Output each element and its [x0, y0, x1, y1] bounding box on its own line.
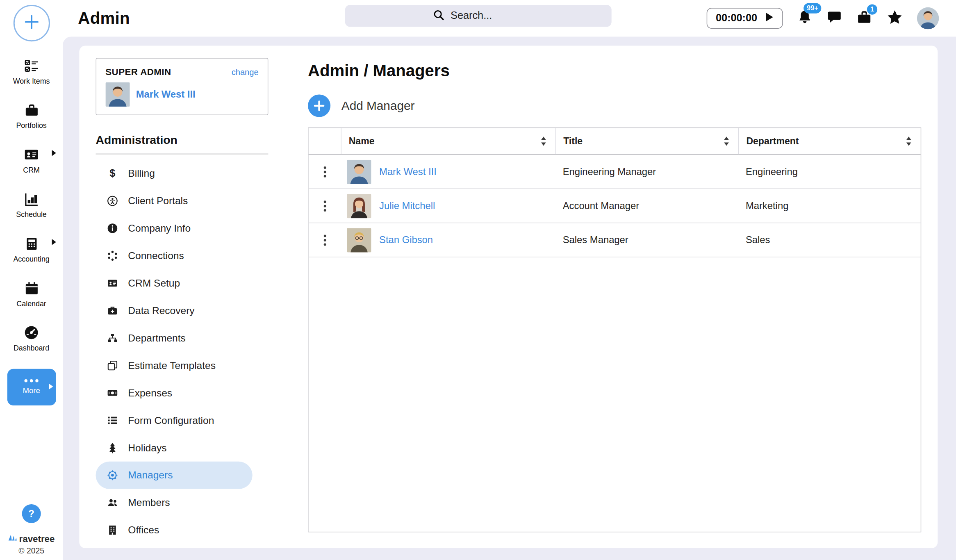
avatar	[347, 193, 371, 218]
more-dots-icon	[24, 379, 38, 382]
topbar: Admin 00:00:00 99+	[63, 0, 956, 36]
table-header: Name Title	[309, 128, 921, 155]
admin-menu-item-data-recovery[interactable]: Data Recovery	[96, 297, 268, 324]
org-chart-icon	[106, 332, 119, 344]
managers-section: Admin / Managers Add Manager Name	[308, 58, 921, 532]
admin-menu-label: Company Info	[128, 223, 191, 234]
sidebar-item-dashboard[interactable]: Dashboard	[0, 324, 63, 352]
add-manager-button[interactable]: Add Manager	[308, 95, 414, 117]
admin-menu-item-billing[interactable]: $ Billing	[96, 160, 268, 187]
helm-icon	[106, 469, 119, 482]
search-bar[interactable]	[345, 5, 612, 27]
admin-menu-label: Departments	[128, 332, 185, 344]
admin-menu-item-client-portals[interactable]: Client Portals	[96, 187, 268, 215]
admin-menu-label: Client Portals	[128, 195, 188, 207]
column-header-name[interactable]: Name	[341, 128, 555, 154]
column-header-department[interactable]: Department	[738, 128, 921, 154]
copyright: © 2025	[18, 546, 44, 560]
star-icon	[886, 9, 903, 28]
work-inbox-button[interactable]: 1	[856, 9, 872, 28]
sidebar: Work Items Portfolios CRM Schedule	[0, 0, 63, 560]
notifications-button[interactable]: 99+	[797, 9, 813, 28]
table-row: Mark West III Engineering Manager Engine…	[309, 155, 921, 189]
sort-icon	[723, 136, 730, 146]
super-admin-name-link[interactable]: Mark West III	[136, 89, 196, 100]
sidebar-item-portfolios[interactable]: Portfolios	[0, 102, 63, 130]
ravetree-logo-icon	[8, 533, 17, 544]
plus-icon	[21, 11, 42, 35]
change-admin-link[interactable]: change	[232, 68, 259, 77]
column-header-title[interactable]: Title	[555, 128, 738, 154]
play-icon[interactable]	[765, 12, 774, 25]
avatar	[347, 228, 371, 252]
sidebar-item-schedule[interactable]: Schedule	[0, 191, 63, 219]
row-menu-button[interactable]	[309, 200, 341, 212]
search-input[interactable]	[451, 10, 524, 22]
admin-menu-item-managers[interactable]: Managers	[96, 462, 252, 489]
admin-menu-label: Expenses	[128, 387, 172, 398]
briefcase-icon	[23, 102, 39, 118]
admin-menu-item-estimate-templates[interactable]: Estimate Templates	[96, 352, 268, 379]
sidebar-item-work-items[interactable]: Work Items	[0, 57, 63, 85]
sidebar-item-label: Accounting	[13, 255, 49, 264]
row-menu-button[interactable]	[309, 166, 341, 177]
admin-menu-item-company-info[interactable]: Company Info	[96, 215, 268, 242]
medkit-icon	[106, 304, 119, 317]
chevron-right-icon	[52, 239, 56, 245]
timer-value: 00:00:00	[716, 12, 757, 25]
admin-menu-item-holidays[interactable]: Holidays	[96, 434, 268, 462]
user-avatar[interactable]	[917, 7, 939, 30]
manager-department: Engineering	[738, 166, 921, 177]
manager-department: Marketing	[738, 200, 921, 212]
manager-department: Sales	[738, 234, 921, 246]
sidebar-item-calendar[interactable]: Calendar	[0, 280, 63, 308]
person-circle-icon	[106, 194, 119, 207]
contact-card-icon	[23, 146, 40, 163]
timer-widget[interactable]: 00:00:00	[707, 8, 783, 29]
people-icon	[106, 496, 119, 509]
sidebar-item-accounting[interactable]: Accounting	[0, 235, 63, 263]
admin-menu-label: Members	[128, 497, 170, 508]
row-menu-button[interactable]	[309, 234, 341, 246]
manager-name-link[interactable]: Julie Mitchell	[379, 200, 435, 212]
copy-icon	[106, 359, 119, 372]
breadcrumb: Admin / Managers	[308, 61, 921, 80]
messages-button[interactable]	[827, 9, 842, 27]
sidebar-item-crm[interactable]: CRM	[0, 146, 63, 174]
admin-menu-label: CRM Setup	[128, 278, 180, 289]
admin-menu-item-expenses[interactable]: Expenses	[96, 379, 268, 407]
admin-menu-item-departments[interactable]: Departments	[96, 324, 268, 352]
sidebar-more-button[interactable]: More	[7, 369, 56, 405]
chart-icon	[23, 191, 39, 207]
admin-menu-label: Estimate Templates	[128, 360, 216, 371]
create-new-button[interactable]	[13, 5, 50, 41]
admin-menu-item-members[interactable]: Members	[96, 489, 268, 517]
favorites-button[interactable]	[886, 9, 903, 28]
admin-menu-label: Connections	[128, 250, 184, 262]
manager-name-link[interactable]: Mark West III	[379, 166, 437, 177]
admin-menu-item-form-configuration[interactable]: Form Configuration	[96, 407, 268, 434]
avatar	[347, 159, 371, 184]
add-manager-label: Add Manager	[341, 99, 415, 113]
super-admin-avatar	[105, 82, 130, 107]
managers-table: Name Title	[308, 127, 921, 533]
info-circle-icon	[106, 222, 119, 234]
page-title: Admin	[78, 9, 130, 28]
admin-menu-item-crm-setup[interactable]: CRM Setup	[96, 269, 268, 297]
table-row: Julie Mitchell Account Manager Marketing	[309, 189, 921, 223]
calendar-icon	[23, 280, 39, 296]
admin-menu-label: Form Configuration	[128, 414, 214, 426]
notifications-badge: 99+	[804, 3, 822, 14]
admin-menu-item-offices[interactable]: Offices	[96, 517, 268, 544]
gauge-icon	[23, 324, 40, 341]
table-row: Stan Gibson Sales Manager Sales	[309, 223, 921, 257]
banknote-icon	[106, 387, 119, 399]
sidebar-item-label: Calendar	[16, 299, 46, 308]
manager-name-link[interactable]: Stan Gibson	[379, 234, 433, 246]
help-button[interactable]: ?	[22, 504, 41, 523]
search-icon	[433, 9, 444, 23]
admin-menu-label: Billing	[128, 168, 155, 179]
contact-card-icon	[106, 277, 119, 289]
admin-menu-item-connections[interactable]: Connections	[96, 242, 268, 269]
calculator-icon	[23, 235, 39, 252]
